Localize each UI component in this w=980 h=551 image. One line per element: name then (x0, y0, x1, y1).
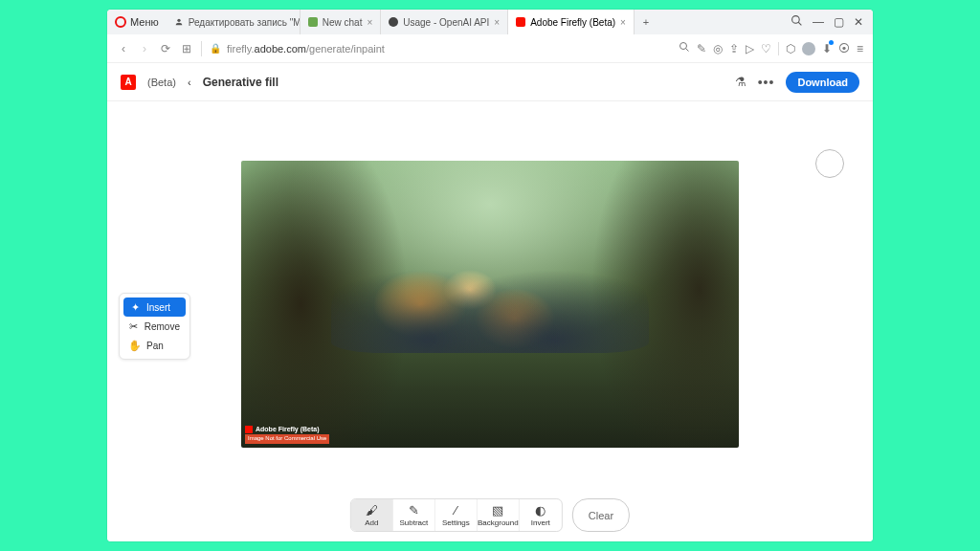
watermark-disclaimer: Image Not for Commercial Use (245, 434, 329, 443)
app-header: A (Beta) ‹ Generative fill ⚗ ••• Downloa… (107, 63, 873, 101)
svg-line-4 (685, 49, 688, 52)
tab-label: Adobe Firefly (Beta) (530, 17, 615, 28)
svg-point-1 (792, 16, 800, 24)
brush-label: Settings (442, 518, 470, 527)
tool-pan[interactable]: ✋ Pan (123, 336, 186, 355)
brush-add[interactable]: 🖌 Add (351, 499, 393, 531)
browser-window: Меню Редактировать запись "М... × New ch… (107, 10, 873, 541)
brush-subtract[interactable]: ✎ Subtract (393, 499, 435, 531)
svg-line-2 (798, 22, 801, 25)
url-field[interactable]: 🔒 firefly.adobe.com/generate/inpaint (210, 43, 671, 55)
browser-tab[interactable]: New chat × (301, 10, 382, 34)
select-invert[interactable]: ◐ Invert (520, 499, 562, 531)
watermark-title: Adobe Firefly (Beta) (256, 426, 320, 433)
beta-badge: (Beta) (147, 77, 176, 88)
canvas-area: Adobe Firefly (Beta) Image Not for Comme… (107, 101, 873, 541)
page-title: Generative fill (203, 76, 278, 89)
tab-label: Usage - OpenAI API (403, 17, 489, 28)
brush-label: Subtract (399, 518, 428, 527)
close-icon[interactable]: × (367, 17, 372, 28)
insert-icon: ✦ (129, 301, 141, 313)
back-chevron-icon[interactable]: ‹ (188, 77, 191, 88)
settings-slider-icon: ∕ (455, 503, 457, 517)
select-background[interactable]: ▧ Background (478, 499, 520, 531)
play-icon[interactable]: ▷ (746, 42, 754, 55)
brush-add-icon: 🖌 (366, 503, 378, 517)
edit-icon[interactable]: ✎ (697, 42, 706, 55)
opera-logo-icon (115, 16, 126, 28)
tab-label: New chat (323, 17, 363, 28)
svg-point-0 (177, 19, 180, 22)
brush-size-preview (815, 149, 844, 178)
reload-icon[interactable]: ⟳ (159, 42, 172, 55)
maximize-button[interactable]: ▢ (834, 15, 844, 29)
profile-avatar[interactable] (802, 42, 815, 55)
brush-label: Background (478, 518, 519, 527)
adobe-logo-icon: A (121, 75, 136, 90)
downloads-icon[interactable]: ⬇ (822, 42, 832, 55)
tab-label: Редактировать запись "М... (189, 17, 301, 28)
lock-icon: 🔒 (210, 43, 221, 54)
browser-tab-active[interactable]: Adobe Firefly (Beta) × (508, 10, 635, 34)
minimize-button[interactable]: ― (813, 15, 824, 29)
vpn-icon[interactable]: ⦿ (838, 42, 850, 55)
tool-label: Remove (145, 321, 180, 332)
search-icon[interactable] (791, 14, 803, 30)
cube-icon[interactable]: ⬡ (786, 42, 795, 55)
address-actions: ✎ ◎ ⇪ ▷ ♡ ⬡ ⬇ ⦿ ≡ (679, 41, 863, 55)
svg-point-3 (679, 43, 686, 50)
browser-tab[interactable]: Usage - OpenAI API × (381, 10, 508, 34)
tool-label: Pan (146, 341, 164, 351)
clear-button[interactable]: Clear (572, 498, 630, 532)
brush-label: Add (365, 518, 378, 527)
nav-back-icon[interactable]: ‹ (117, 42, 130, 55)
brush-label: Invert (531, 518, 550, 527)
easy-setup-icon[interactable]: ≡ (857, 42, 863, 55)
brush-toolbar: 🖌 Add ✎ Subtract ∕ Settings ▧ Background… (350, 498, 630, 532)
tool-insert[interactable]: ✦ Insert (123, 298, 186, 317)
opera-menu[interactable]: Меню (107, 16, 167, 28)
remove-icon: ✂ (129, 320, 139, 332)
url-prefix: firefly. (227, 43, 255, 55)
person-icon (174, 17, 184, 27)
find-icon[interactable] (679, 41, 690, 55)
close-icon[interactable]: × (620, 17, 626, 28)
browser-tab[interactable]: Редактировать запись "М... × (167, 10, 301, 34)
nav-forward-icon[interactable]: › (138, 42, 151, 55)
openai-icon (389, 17, 398, 27)
invert-icon: ◐ (535, 503, 546, 517)
window-titlebar: Меню Редактировать запись "М... × New ch… (107, 10, 873, 34)
heart-icon[interactable]: ♡ (761, 42, 771, 55)
adobe-mark-icon (245, 426, 253, 433)
download-button[interactable]: Download (786, 72, 859, 93)
brush-tool-group: 🖌 Add ✎ Subtract ∕ Settings ▧ Background… (350, 498, 563, 532)
image-watermark: Adobe Firefly (Beta) Image Not for Comme… (245, 426, 329, 444)
window-controls: ― ▢ ✕ (781, 14, 873, 30)
experiments-icon[interactable]: ⚗ (735, 75, 746, 89)
more-menu-icon[interactable]: ••• (758, 75, 775, 90)
close-icon[interactable]: × (494, 17, 500, 28)
url-path: /generate/inpaint (306, 43, 385, 55)
tool-remove[interactable]: ✂ Remove (123, 317, 186, 336)
generated-image[interactable]: Adobe Firefly (Beta) Image Not for Comme… (241, 161, 739, 448)
camera-icon[interactable]: ◎ (713, 42, 723, 55)
url-domain: adobe.com (255, 43, 306, 55)
share-icon[interactable]: ⇪ (729, 42, 739, 55)
tab-strip: Редактировать запись "М... × New chat × … (167, 10, 781, 34)
mode-tool-panel: ✦ Insert ✂ Remove ✋ Pan (119, 293, 190, 360)
new-tab-button[interactable]: + (635, 10, 657, 34)
background-icon: ▧ (492, 503, 503, 517)
hand-icon: ✋ (129, 340, 141, 351)
address-bar: ‹ › ⟳ ⊞ 🔒 firefly.adobe.com/generate/inp… (107, 34, 873, 63)
speed-dial-icon[interactable]: ⊞ (180, 42, 193, 55)
close-button[interactable]: ✕ (854, 15, 863, 29)
opera-menu-label: Меню (130, 16, 159, 28)
chat-icon (308, 17, 318, 27)
brush-settings[interactable]: ∕ Settings (435, 499, 478, 531)
tool-label: Insert (146, 302, 170, 313)
brush-subtract-icon: ✎ (409, 503, 419, 517)
adobe-icon (516, 17, 525, 27)
